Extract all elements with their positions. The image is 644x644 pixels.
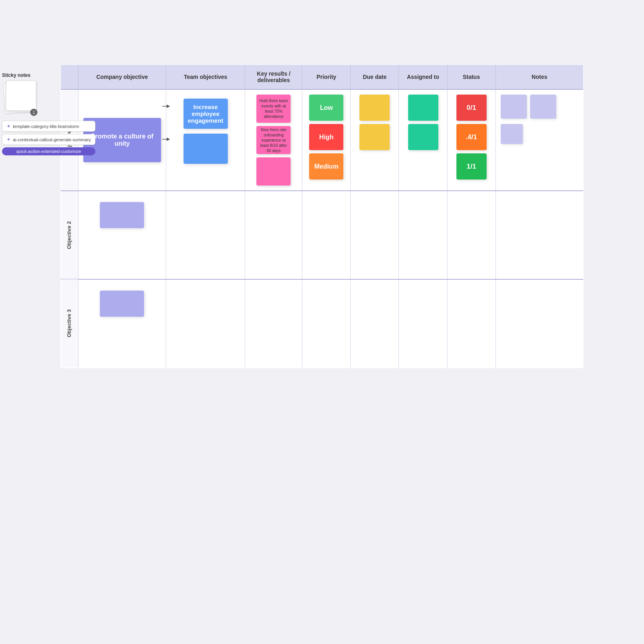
due-date-list — [355, 95, 394, 150]
row-label-3: Objective 3 — [61, 279, 78, 368]
th-priority: Priority — [302, 65, 351, 90]
sticky-card-3[interactable] — [6, 80, 36, 111]
priority-cell-3 — [302, 279, 351, 368]
key-results-cell-2 — [245, 191, 302, 279]
team-objectives-cell-2 — [166, 191, 245, 279]
sparkle-icon-2: ✦ — [6, 136, 11, 142]
note-sticky-1c[interactable] — [501, 124, 523, 144]
th-key-results: Key results / deliverables — [245, 65, 302, 90]
assigned-to-cell-3 — [399, 279, 447, 368]
table-row-objective-1: Objective 1 Promote a culture of unity — [61, 89, 584, 191]
due-date-cell-3 — [351, 279, 399, 368]
row-label-2: Objective 2 — [61, 191, 78, 279]
okr-table: Company objective Team objectives Key re… — [60, 64, 584, 368]
assigned-to-cell-1 — [399, 89, 447, 191]
priority-list: Low High Medium — [307, 95, 345, 180]
kr-sticky-2[interactable]: New hires rate onboarding experience at … — [256, 126, 291, 154]
page-container: Sticky notes 1 ✦ template-category-title… — [60, 64, 584, 368]
status-badge-11[interactable]: 1/1 — [456, 153, 487, 180]
kr-sticky-1[interactable]: Hold three team events with at least 75%… — [256, 95, 291, 123]
quick-action-button[interactable]: quick-action-extended-customize — [2, 147, 95, 155]
assigned-to-cell-2 — [399, 191, 447, 279]
priority-cell-2 — [302, 191, 351, 279]
due-date-cell-2 — [351, 191, 399, 279]
ai-callout-menu-label: ai-contextual-callout-generate-summary — [13, 137, 91, 142]
assigned-list — [404, 95, 442, 150]
priority-badge-low[interactable]: Low — [309, 95, 343, 121]
sticky-notes-label: Sticky notes — [2, 72, 95, 78]
ai-callout-menu-item[interactable]: ✦ ai-contextual-callout-generate-summary — [2, 134, 95, 145]
sticky-stack: 1 — [2, 80, 38, 117]
table-header-row: Company objective Team objectives Key re… — [61, 65, 584, 90]
note-sticky-1b[interactable] — [530, 95, 556, 119]
notes-cell-2 — [495, 191, 583, 279]
team-objectives-cell-3 — [166, 279, 245, 368]
key-results-cell-1: Hold three team events with at least 75%… — [245, 89, 302, 191]
th-team-objectives: Team objectives — [166, 65, 245, 90]
th-assigned-to: Assigned to — [399, 65, 447, 90]
template-menu-label: template-category-title-brainstorm — [13, 124, 79, 129]
status-cell-1: 0/1 .4/1 1/1 — [447, 89, 495, 191]
status-badge-41[interactable]: .4/1 — [456, 124, 487, 150]
sparkle-icon-1: ✦ — [6, 123, 11, 129]
priority-badge-high[interactable]: High — [309, 124, 343, 150]
team-objective-sticky-2[interactable] — [184, 134, 228, 164]
status-cell-2 — [447, 191, 495, 279]
notes-cell-3 — [495, 279, 583, 368]
notes-list-1 — [501, 95, 578, 144]
priority-cell-1: Low High Medium — [302, 89, 351, 191]
priority-badge-medium[interactable]: Medium — [309, 153, 343, 180]
team-objectives-cell-1: Increase employee engagement — [166, 89, 245, 191]
assigned-sticky-1[interactable] — [408, 95, 438, 121]
th-due-date: Due date — [351, 65, 399, 90]
table-row-objective-2: Objective 2 — [61, 191, 584, 279]
th-status: Status — [447, 65, 495, 90]
arrow-company-to-team-2 — [162, 135, 171, 144]
sticky-count: 1 — [30, 109, 37, 116]
status-cell-3 — [447, 279, 495, 368]
note-sticky-1a[interactable] — [501, 95, 527, 119]
key-results-cell-3 — [245, 279, 302, 368]
company-objective-sticky-3[interactable] — [100, 291, 144, 317]
company-objective-cell-2 — [78, 191, 166, 279]
sticky-notes-panel: Sticky notes 1 ✦ template-category-title… — [2, 72, 95, 155]
status-badge-01[interactable]: 0/1 — [456, 95, 487, 121]
date-sticky-1[interactable] — [359, 95, 390, 121]
key-results-list: Hold three team events with at least 75%… — [250, 95, 297, 186]
company-objective-sticky-2[interactable] — [100, 202, 144, 228]
table-row-objective-3: Objective 3 — [61, 279, 584, 368]
template-menu-item[interactable]: ✦ template-category-title-brainstorm — [2, 121, 95, 132]
due-date-cell-1 — [351, 89, 399, 191]
th-notes: Notes — [495, 65, 583, 90]
date-sticky-2[interactable] — [359, 124, 390, 150]
arrow-company-to-team-1 — [162, 102, 171, 111]
kr-sticky-3[interactable] — [256, 157, 291, 186]
notes-cell-1 — [495, 89, 583, 191]
team-objective-sticky-1[interactable]: Increase employee engagement — [184, 99, 228, 129]
status-list: 0/1 .4/1 1/1 — [452, 95, 491, 180]
company-objective-cell-3 — [78, 279, 166, 368]
assigned-sticky-2[interactable] — [408, 124, 438, 150]
context-menus: ✦ template-category-title-brainstorm ✦ a… — [2, 121, 95, 155]
